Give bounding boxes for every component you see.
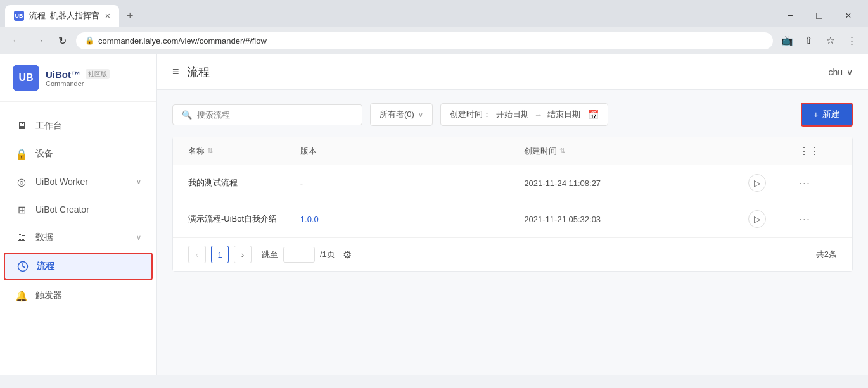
nav-menu: 🖥 工作台 🔒 设备 ◎ UiBot Worker ∨ ⊞ UiBot Crea…	[0, 102, 156, 375]
run-icon[interactable]: ▷	[748, 210, 766, 228]
sort-icon[interactable]: ⇅	[207, 147, 213, 155]
chevron-down-icon: ∨	[136, 178, 141, 186]
col-name: 名称 ⇅	[188, 145, 300, 157]
owner-filter-label: 所有者(0)	[380, 109, 414, 120]
sidebar-item-trigger[interactable]: 🔔 触发器	[0, 282, 156, 310]
goto-input[interactable]	[283, 247, 315, 263]
uibot-worker-icon: ◎	[15, 175, 28, 188]
prev-page-button[interactable]: ‹	[188, 246, 206, 263]
new-btn-label: 新建	[822, 109, 840, 120]
sidebar-item-label: 流程	[37, 261, 54, 272]
page-header: ≡ 流程 chu ∨	[157, 54, 868, 90]
url-text: commander.laiye.com/view/commander/#/flo…	[98, 36, 267, 46]
devices-icon: 🔒	[15, 147, 28, 160]
flow-date: 2021-11-24 11:08:27	[524, 178, 748, 188]
refresh-button[interactable]: ↻	[53, 32, 71, 49]
page-title: 流程	[187, 65, 210, 80]
trigger-icon: 🔔	[15, 289, 28, 302]
chevron-down-icon: ∨	[136, 234, 141, 242]
ellipsis-icon[interactable]: ···	[799, 213, 810, 225]
flow-table: 名称 ⇅ 版本 创建时间 ⇅ ⋮⋮	[172, 137, 853, 272]
sidebar-item-label: 工作台	[35, 120, 62, 132]
window-close-button[interactable]: ×	[834, 6, 863, 26]
logo-tag: 社区版	[86, 69, 110, 79]
calendar-icon[interactable]: 📅	[588, 110, 599, 120]
bookmark-icon[interactable]: ☆	[821, 32, 839, 49]
plus-icon: +	[814, 110, 819, 120]
next-page-button[interactable]: ›	[234, 246, 252, 263]
chevron-down-icon: ∨	[418, 111, 423, 119]
security-icon: 🔒	[85, 36, 94, 45]
start-date-label: 开始日期	[496, 109, 529, 120]
user-name: chu	[828, 67, 843, 77]
sidebar: UB UiBot™ 社区版 Commander 🖥 工作台 🔒 设备 ◎ U	[0, 54, 157, 375]
uibot-creator-icon: ⊞	[15, 203, 28, 216]
cast-icon[interactable]: 📺	[778, 32, 796, 49]
tab-favicon: UB	[14, 11, 24, 21]
more-menu-button[interactable]: ···	[799, 213, 837, 226]
pagination: ‹ 1 › 跳至 /1页 ⚙ 共2条	[173, 237, 852, 271]
date-arrow-icon: →	[534, 110, 542, 120]
run-button[interactable]: ▷	[748, 174, 799, 192]
workbench-icon: 🖥	[15, 120, 28, 132]
back-button[interactable]: ←	[8, 32, 25, 49]
table-header: 名称 ⇅ 版本 创建时间 ⇅ ⋮⋮	[173, 137, 852, 165]
goto-label: 跳至	[262, 249, 278, 260]
end-date-label: 结束日期	[547, 109, 580, 120]
owner-filter-button[interactable]: 所有者(0) ∨	[370, 103, 433, 126]
tab-close-button[interactable]: ×	[105, 11, 110, 21]
user-menu[interactable]: chu ∨	[828, 67, 853, 77]
table-row: 演示流程-UiBot自我介绍 1.0.0 2021-11-21 05:32:03…	[173, 201, 852, 237]
ellipsis-icon[interactable]: ···	[799, 177, 810, 189]
flow-date: 2021-11-21 05:32:03	[524, 215, 748, 224]
main-content: ≡ 流程 chu ∨ 🔍 所有者(0) ∨ 创建时间：	[157, 54, 868, 375]
run-icon[interactable]: ▷	[748, 174, 766, 192]
col-more: ⋮⋮	[799, 145, 837, 157]
flow-icon	[16, 260, 29, 273]
search-icon: 🔍	[182, 110, 192, 120]
window-minimize-button[interactable]: −	[775, 6, 805, 26]
sidebar-item-uibot-worker[interactable]: ◎ UiBot Worker ∨	[0, 168, 156, 196]
flow-version: 1.0.0	[300, 215, 525, 224]
new-flow-button[interactable]: + 新建	[801, 103, 853, 127]
more-menu-button[interactable]: ···	[799, 177, 837, 190]
sidebar-item-uibot-creator[interactable]: ⊞ UiBot Creator	[0, 196, 156, 223]
data-icon: 🗂	[15, 231, 28, 244]
sidebar-item-label: 数据	[35, 232, 53, 243]
forward-button[interactable]: →	[30, 32, 48, 49]
sidebar-item-flow[interactable]: 流程	[4, 253, 153, 280]
sidebar-item-data[interactable]: 🗂 数据 ∨	[0, 223, 156, 251]
date-filter[interactable]: 创建时间： 开始日期 → 结束日期 📅	[440, 103, 608, 126]
sidebar-item-label: UiBot Worker	[35, 177, 88, 187]
page-1-button[interactable]: 1	[211, 246, 229, 263]
sidebar-item-label: 设备	[35, 148, 53, 160]
col-version: 版本	[300, 145, 525, 157]
col-date: 创建时间 ⇅	[524, 145, 748, 157]
date-filter-label: 创建时间：	[450, 109, 491, 120]
sort-icon[interactable]: ⇅	[559, 147, 565, 155]
logo-icon: UB	[13, 65, 39, 91]
logo-name: UiBot™	[46, 69, 80, 80]
sidebar-item-devices[interactable]: 🔒 设备	[0, 140, 156, 168]
menu-icon[interactable]: ⋮	[843, 32, 860, 49]
run-button[interactable]: ▷	[748, 210, 799, 228]
sidebar-item-label: 触发器	[35, 290, 62, 301]
page-suffix: /1页	[320, 249, 335, 260]
search-box[interactable]: 🔍	[172, 104, 362, 125]
settings-icon[interactable]: ⚙	[343, 249, 352, 261]
browser-tab[interactable]: UB 流程_机器人指挥官 ×	[5, 5, 119, 27]
flow-name: 我的测试流程	[188, 177, 300, 189]
new-tab-button[interactable]: +	[122, 7, 139, 25]
table-row: 我的测试流程 - 2021-11-24 11:08:27 ▷ ···	[173, 165, 852, 201]
logo-commander: Commander	[46, 80, 110, 87]
total-count: 共2条	[816, 249, 837, 259]
sidebar-item-workbench[interactable]: 🖥 工作台	[0, 112, 156, 140]
window-maximize-button[interactable]: □	[805, 6, 834, 26]
search-input[interactable]	[197, 110, 353, 120]
menu-toggle-icon[interactable]: ≡	[172, 65, 179, 78]
logo-area: UB UiBot™ 社区版 Commander	[0, 54, 156, 102]
address-bar[interactable]: 🔒 commander.laiye.com/view/commander/#/f…	[76, 32, 773, 49]
user-chevron-icon: ∨	[846, 67, 853, 77]
share-icon[interactable]: ⇧	[800, 32, 817, 49]
col-action	[748, 145, 799, 157]
